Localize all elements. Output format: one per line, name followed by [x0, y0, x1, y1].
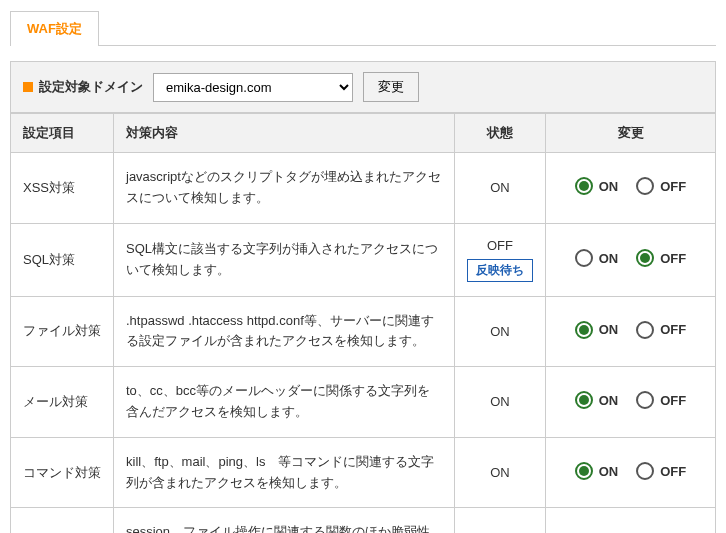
- radio-circle-icon: [636, 249, 654, 267]
- radio-group: ONOFF: [575, 462, 687, 480]
- domain-label: 設定対象ドメイン: [23, 78, 143, 96]
- table-row: PHP対策session、ファイル操作に関連する関数のほか脆弱性元になる可能性の…: [11, 508, 716, 533]
- radio-circle-icon: [575, 462, 593, 480]
- radio-circle-icon: [575, 391, 593, 409]
- radio-on-label: ON: [599, 179, 619, 194]
- radio-circle-icon: [575, 177, 593, 195]
- table-row: XSS対策javascriptなどのスクリプトタグが埋め込まれたアクセスについて…: [11, 153, 716, 224]
- radio-on[interactable]: ON: [575, 391, 619, 409]
- setting-state: ON: [455, 437, 546, 508]
- setting-description: javascriptなどのスクリプトタグが埋め込まれたアクセスについて検知します…: [114, 153, 455, 224]
- table-row: コマンド対策kill、ftp、mail、ping、ls 等コマンドに関連する文字…: [11, 437, 716, 508]
- header-change: 変更: [546, 114, 716, 153]
- radio-circle-icon: [575, 321, 593, 339]
- radio-circle-icon: [575, 249, 593, 267]
- radio-circle-icon: [636, 462, 654, 480]
- table-row: ファイル対策.htpasswd .htaccess httpd.conf等、サー…: [11, 296, 716, 367]
- state-value: ON: [467, 180, 533, 195]
- setting-toggle: ONOFF: [546, 437, 716, 508]
- domain-label-text: 設定対象ドメイン: [39, 78, 143, 96]
- radio-off[interactable]: OFF: [636, 177, 686, 195]
- table-row: メール対策to、cc、bcc等のメールヘッダーに関係する文字列を含んだアクセスを…: [11, 367, 716, 438]
- header-item: 設定項目: [11, 114, 114, 153]
- setting-name: XSS対策: [11, 153, 114, 224]
- radio-group: ONOFF: [575, 177, 687, 195]
- header-state: 状態: [455, 114, 546, 153]
- setting-description: kill、ftp、mail、ping、ls 等コマンドに関連する文字列が含まれた…: [114, 437, 455, 508]
- radio-group: ONOFF: [575, 321, 687, 339]
- setting-name: コマンド対策: [11, 437, 114, 508]
- radio-on[interactable]: ON: [575, 249, 619, 267]
- radio-off[interactable]: OFF: [636, 391, 686, 409]
- setting-toggle: ONOFF: [546, 296, 716, 367]
- setting-toggle: ONOFF: [546, 223, 716, 296]
- header-content: 対策内容: [114, 114, 455, 153]
- radio-circle-icon: [636, 391, 654, 409]
- state-value: ON: [467, 324, 533, 339]
- domain-selector-row: 設定対象ドメイン emika-design.com 変更: [10, 61, 716, 113]
- radio-group: ONOFF: [575, 249, 687, 267]
- radio-on-label: ON: [599, 393, 619, 408]
- setting-description: .htpasswd .htaccess httpd.conf等、サーバーに関連す…: [114, 296, 455, 367]
- table-row: SQL対策SQL構文に該当する文字列が挿入されたアクセスについて検知します。OF…: [11, 223, 716, 296]
- setting-state: ON: [455, 153, 546, 224]
- state-value: ON: [467, 394, 533, 409]
- setting-description: session、ファイル操作に関連する関数のほか脆弱性元になる可能性の高い関数の…: [114, 508, 455, 533]
- setting-name: ファイル対策: [11, 296, 114, 367]
- setting-name: SQL対策: [11, 223, 114, 296]
- radio-off-label: OFF: [660, 179, 686, 194]
- setting-toggle: ONOFF: [546, 367, 716, 438]
- setting-description: to、cc、bcc等のメールヘッダーに関係する文字列を含んだアクセスを検知します…: [114, 367, 455, 438]
- radio-off-label: OFF: [660, 393, 686, 408]
- domain-change-button[interactable]: 変更: [363, 72, 419, 102]
- radio-off-label: OFF: [660, 464, 686, 479]
- pending-badge: 反映待ち: [467, 259, 533, 282]
- setting-state: ON: [455, 296, 546, 367]
- radio-circle-icon: [636, 177, 654, 195]
- radio-on-label: ON: [599, 464, 619, 479]
- setting-toggle: ONOFF: [546, 508, 716, 533]
- radio-off-label: OFF: [660, 322, 686, 337]
- radio-circle-icon: [636, 321, 654, 339]
- setting-name: PHP対策: [11, 508, 114, 533]
- state-value: OFF: [467, 238, 533, 253]
- setting-state: ON: [455, 367, 546, 438]
- square-icon: [23, 82, 33, 92]
- radio-on-label: ON: [599, 322, 619, 337]
- radio-on[interactable]: ON: [575, 177, 619, 195]
- setting-name: メール対策: [11, 367, 114, 438]
- domain-select[interactable]: emika-design.com: [153, 73, 353, 102]
- state-value: ON: [467, 465, 533, 480]
- radio-off[interactable]: OFF: [636, 462, 686, 480]
- radio-on[interactable]: ON: [575, 321, 619, 339]
- setting-toggle: ONOFF: [546, 153, 716, 224]
- setting-state: ON: [455, 508, 546, 533]
- radio-on[interactable]: ON: [575, 462, 619, 480]
- setting-state: OFF反映待ち: [455, 223, 546, 296]
- radio-off[interactable]: OFF: [636, 249, 686, 267]
- setting-description: SQL構文に該当する文字列が挿入されたアクセスについて検知します。: [114, 223, 455, 296]
- radio-off[interactable]: OFF: [636, 321, 686, 339]
- tab-waf-settings[interactable]: WAF設定: [10, 11, 99, 46]
- settings-table: 設定項目 対策内容 状態 変更 XSS対策javascriptなどのスクリプトタ…: [10, 113, 716, 533]
- radio-on-label: ON: [599, 251, 619, 266]
- radio-off-label: OFF: [660, 251, 686, 266]
- radio-group: ONOFF: [575, 391, 687, 409]
